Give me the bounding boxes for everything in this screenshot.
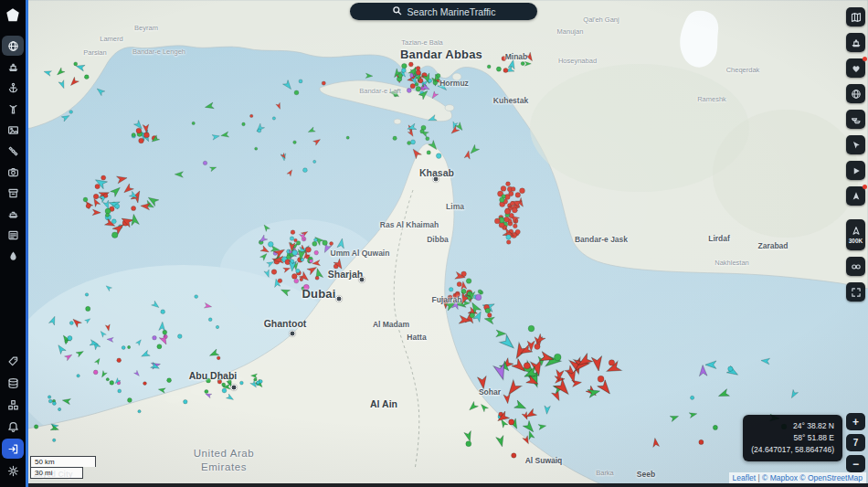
- vessel-marker[interactable]: [346, 136, 349, 139]
- vessel-marker[interactable]: [290, 237, 294, 241]
- vessel-marker[interactable]: [609, 360, 614, 365]
- vessel-marker[interactable]: [255, 147, 258, 150]
- vessel-marker[interactable]: [294, 279, 299, 283]
- vessel-marker[interactable]: [83, 197, 88, 202]
- vessel-marker[interactable]: [68, 336, 72, 341]
- vessel-marker[interactable]: [272, 117, 275, 120]
- vessel-marker[interactable]: [407, 89, 411, 93]
- vessel-marker[interactable]: [511, 187, 515, 192]
- vessel-marker[interactable]: [713, 425, 717, 429]
- vessel-marker[interactable]: [502, 56, 506, 60]
- vessel-marker[interactable]: [515, 193, 521, 198]
- vessel-marker[interactable]: [509, 419, 514, 425]
- vessel-marker[interactable]: [69, 322, 73, 325]
- vessel-marker[interactable]: [217, 356, 220, 360]
- vessel-marker[interactable]: [69, 111, 73, 114]
- vessel-marker[interactable]: [143, 382, 147, 386]
- vessel-marker[interactable]: [195, 295, 198, 299]
- vessel-marker[interactable]: [161, 310, 165, 314]
- vessel-marker[interactable]: [330, 242, 333, 246]
- zoom-in-button[interactable]: +: [846, 413, 865, 430]
- globe-icon[interactable]: [2, 36, 24, 56]
- vessel-marker[interactable]: [429, 79, 432, 82]
- vessel-marker[interactable]: [206, 378, 210, 383]
- vessel-marker[interactable]: [485, 308, 491, 313]
- vessel-marker[interactable]: [228, 380, 231, 384]
- satellite-icon[interactable]: [2, 141, 24, 161]
- login-icon[interactable]: [2, 439, 24, 459]
- vessel-marker[interactable]: [217, 380, 221, 384]
- vessel-marker[interactable]: [728, 366, 733, 371]
- vessel-marker[interactable]: [457, 281, 461, 286]
- vessel-marker[interactable]: [427, 151, 430, 154]
- fleet-icon[interactable]: [846, 110, 865, 129]
- vessel-marker[interactable]: [184, 399, 188, 404]
- photo-icon[interactable]: [2, 120, 24, 140]
- vessel-marker[interactable]: [139, 138, 144, 143]
- vessel-marker[interactable]: [153, 335, 157, 340]
- vessel-marker[interactable]: [410, 84, 415, 89]
- vessel-marker[interactable]: [299, 79, 302, 83]
- anchor-icon[interactable]: [2, 78, 24, 98]
- vessel-marker[interactable]: [506, 240, 511, 245]
- vessel-marker[interactable]: [93, 194, 99, 199]
- vessel-marker[interactable]: [323, 240, 328, 246]
- vessel-icon[interactable]: [2, 57, 24, 77]
- vessel-marker[interactable]: [340, 252, 344, 256]
- marinetraffic-logo[interactable]: [3, 5, 23, 26]
- vessel-marker[interactable]: [192, 122, 195, 124]
- vessel-marker[interactable]: [101, 175, 106, 180]
- vessel-icon[interactable]: [846, 33, 865, 52]
- vessel-marker[interactable]: [254, 378, 257, 381]
- vessel-marker[interactable]: [466, 441, 471, 447]
- vessel-marker[interactable]: [496, 67, 501, 71]
- heart-icon[interactable]: [846, 58, 865, 78]
- vessel-marker[interactable]: [487, 65, 491, 69]
- vessel-marker[interactable]: [521, 62, 524, 66]
- vessel-marker[interactable]: [52, 402, 56, 406]
- vessel-marker[interactable]: [691, 396, 694, 399]
- vessel-marker[interactable]: [314, 250, 319, 255]
- vessel-marker[interactable]: [416, 70, 420, 75]
- ship-icon[interactable]: [2, 204, 24, 224]
- vessel-marker[interactable]: [177, 334, 182, 339]
- vessel-marker[interactable]: [509, 191, 513, 196]
- archive-icon[interactable]: [2, 183, 24, 203]
- vessel-marker[interactable]: [84, 75, 89, 79]
- vessel-marker[interactable]: [322, 81, 325, 85]
- vessel-marker[interactable]: [398, 73, 403, 78]
- vessel-marker[interactable]: [239, 381, 243, 385]
- map-book-icon[interactable]: [846, 7, 865, 26]
- vessel-marker[interactable]: [77, 375, 79, 377]
- vessel-marker[interactable]: [258, 129, 261, 132]
- vessel-marker[interactable]: [528, 325, 535, 332]
- vessel-marker[interactable]: [303, 284, 309, 290]
- vessel-marker[interactable]: [205, 389, 208, 393]
- vessel-marker[interactable]: [242, 122, 246, 126]
- vessel-marker[interactable]: [504, 217, 510, 222]
- vessel-marker[interactable]: [506, 235, 511, 239]
- vessel-marker[interactable]: [294, 90, 299, 95]
- vessel-marker[interactable]: [65, 340, 68, 343]
- vessel-marker[interactable]: [309, 259, 312, 263]
- vessel-marker[interactable]: [510, 201, 514, 206]
- database-icon[interactable]: [2, 373, 24, 393]
- vessel-marker[interactable]: [249, 114, 252, 117]
- vessel-marker[interactable]: [449, 288, 453, 292]
- vessel-marker[interactable]: [48, 399, 52, 403]
- vessel-marker[interactable]: [312, 241, 317, 246]
- search-bar[interactable]: Search MarineTraffic: [350, 3, 537, 20]
- vessel-marker[interactable]: [504, 208, 510, 214]
- tag-icon[interactable]: [2, 351, 24, 371]
- vessel-marker[interactable]: [278, 279, 282, 283]
- vessel-marker[interactable]: [524, 363, 530, 369]
- vessel-marker[interactable]: [95, 184, 100, 188]
- vessel-marker[interactable]: [111, 232, 118, 238]
- cursor-icon[interactable]: [846, 135, 865, 154]
- vessel-marker[interactable]: [136, 128, 142, 133]
- vessel-marker[interactable]: [93, 370, 98, 375]
- vessel-marker[interactable]: [291, 274, 297, 280]
- vessel-marker[interactable]: [426, 137, 429, 141]
- gear-icon[interactable]: [2, 461, 24, 481]
- vessel-marker[interactable]: [535, 344, 540, 349]
